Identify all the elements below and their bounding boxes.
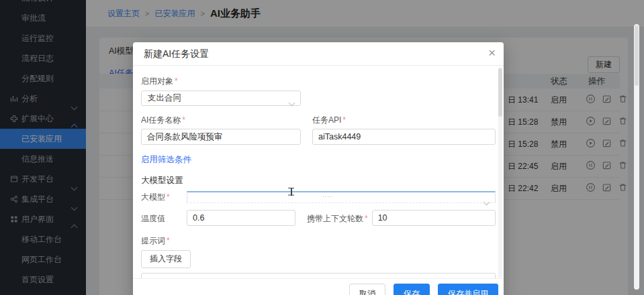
chevron-down-icon <box>289 96 294 110</box>
required-mark: * <box>365 214 368 223</box>
cancel-button[interactable]: 取消 <box>349 284 385 295</box>
required-mark: * <box>342 115 346 125</box>
text-cursor <box>287 188 295 196</box>
dialog-header: 新建AI任务设置 × <box>133 42 504 66</box>
task-api-label: 任务API <box>312 115 341 125</box>
prompt-label: 提示词 <box>141 236 165 245</box>
insert-field-button[interactable]: 插入字段 <box>141 250 191 268</box>
enable-target-select[interactable]: 支出合同 <box>141 91 301 106</box>
model-select[interactable]: ····· <box>187 191 496 203</box>
enable-filter-link[interactable]: 启用筛选条件 <box>141 154 191 166</box>
save-button[interactable]: 保存 <box>394 284 430 295</box>
task-name-label: AI任务名称 <box>141 115 181 125</box>
required-mark: * <box>167 236 170 245</box>
page-scrollbar[interactable] <box>634 24 639 290</box>
context-rounds-label: 携带上下文轮数 <box>307 214 363 223</box>
page-scrollbar-thumb[interactable] <box>635 25 639 86</box>
model-select-faint-text: ····· <box>323 194 334 199</box>
model-label: 大模型 <box>141 192 165 202</box>
app-window: 流程设计 审批流 运行监控 流程日志 分配规则 分析 扩展中心 已安装应用 信息… <box>0 0 644 295</box>
chevron-down-icon <box>484 195 489 207</box>
dialog-body: 启用对象* 支出合同 AI任务名称* 任务API* 启用筛选条件 <box>133 66 504 295</box>
close-icon[interactable]: × <box>488 42 496 64</box>
temperature-input[interactable] <box>187 210 295 226</box>
dialog-scrollbar[interactable] <box>498 67 502 278</box>
task-name-input[interactable] <box>141 129 301 145</box>
dialog-footer: 取消 保存 保存并启用 <box>133 278 504 295</box>
required-mark: * <box>167 192 170 202</box>
new-ai-task-dialog: 新建AI任务设置 × 启用对象* 支出合同 AI任务名称* 任务API* <box>133 42 504 295</box>
required-mark: * <box>175 76 178 86</box>
context-rounds-input[interactable] <box>372 210 496 226</box>
model-section-title: 大模型设置 <box>141 175 496 186</box>
required-mark: * <box>182 115 185 125</box>
task-api-input[interactable] <box>312 129 496 145</box>
enable-target-label: 启用对象 <box>141 76 173 86</box>
temperature-label: 温度值 <box>141 214 165 223</box>
enable-target-value: 支出合同 <box>148 93 181 103</box>
save-and-enable-button[interactable]: 保存并启用 <box>438 284 498 295</box>
dialog-title: 新建AI任务设置 <box>144 48 209 59</box>
dialog-scrollbar-thumb[interactable] <box>498 68 502 117</box>
